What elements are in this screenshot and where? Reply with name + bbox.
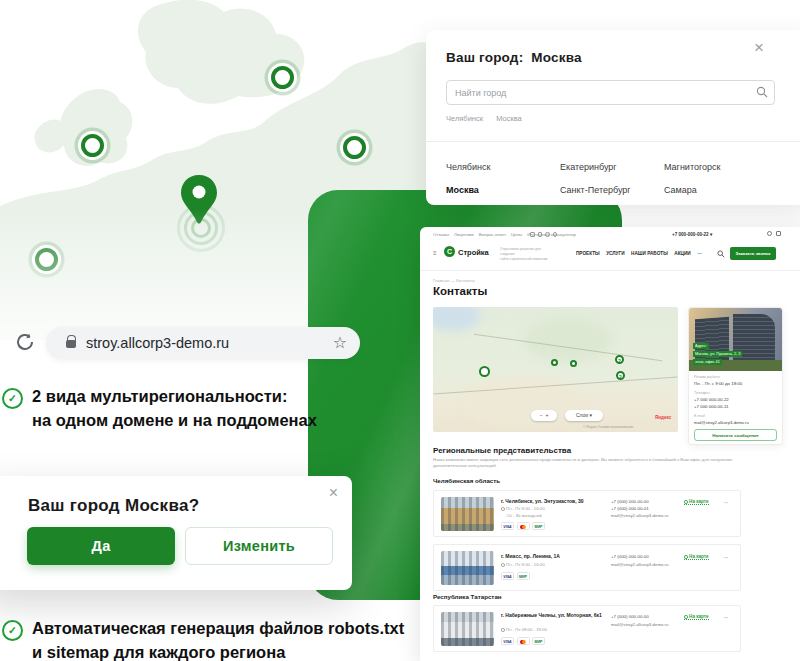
menu-item[interactable]: НАШИ РАБОТЫ <box>631 251 668 256</box>
office-list-row[interactable]: г. Набережные Челны, ул. Моторная, 6к1 П… <box>433 605 741 652</box>
map-link[interactable]: На карте <box>684 614 709 620</box>
nav-link[interactable]: Лицензии <box>454 232 474 237</box>
office-phone[interactable]: +7 (000) 000-00-00 <box>611 554 649 559</box>
close-icon[interactable]: × <box>754 38 764 58</box>
menu-more[interactable]: ⋯ <box>697 251 702 256</box>
lock-icon <box>66 340 76 348</box>
map-zoom-controls[interactable]: − + <box>531 410 557 421</box>
order-call-button[interactable]: Заказать звонок <box>730 247 776 260</box>
city-option[interactable]: Санкт-Петербург <box>560 179 631 202</box>
map-marker[interactable] <box>479 366 490 377</box>
email-label: E-mail <box>694 414 705 418</box>
office-address-label: Адрес: <box>693 343 709 349</box>
visa-badge: VISA <box>501 572 514 580</box>
vk-icon[interactable] <box>530 232 535 237</box>
cart-icon[interactable] <box>776 231 781 236</box>
zoom-in-button[interactable]: + <box>545 412 548 418</box>
tag-city[interactable]: Челябинск <box>446 114 483 123</box>
zoom-out-button[interactable]: − <box>540 412 543 418</box>
search-input[interactable] <box>446 80 775 105</box>
yes-button[interactable]: Да <box>27 527 175 565</box>
arrow-icon[interactable]: → <box>722 497 730 506</box>
change-city-button[interactable]: Изменить <box>185 527 333 565</box>
payment-badges: VISA МИР <box>501 572 530 580</box>
divider <box>420 270 800 271</box>
pin-icon <box>684 555 688 559</box>
map-layers-button[interactable]: Слои ▾ <box>565 410 603 421</box>
office-address: г. Челябинск, ул. Энтузиастов, 30 <box>501 498 605 505</box>
address-bar[interactable]: stroy.allcorp3-demo.ru ☆ <box>46 327 360 359</box>
office-phone[interactable]: +7 (000) 000-00-01 <box>611 506 649 511</box>
region-group-title: Республика Татарстан <box>433 593 502 600</box>
search-icon[interactable] <box>717 250 725 258</box>
office-list-row[interactable]: г. Миасс, пр. Ленина, 1А Пн - Пт 9:00 - … <box>433 544 741 591</box>
bookmark-star-icon[interactable]: ☆ <box>333 333 347 352</box>
site-logo-text[interactable]: Стройка <box>458 248 489 257</box>
instagram-icon[interactable] <box>545 232 550 237</box>
arrow-icon[interactable]: → <box>722 612 730 621</box>
contacts-map[interactable]: 2 2 − + Слои ▾ Яндекс © Яндекс Условия и… <box>433 307 678 432</box>
menu-item[interactable]: ПРОЕКТЫ <box>576 251 600 256</box>
site-phone[interactable]: +7 000-000-00-22 ▾ <box>672 232 712 237</box>
office-phone[interactable]: +7 (000) 000-00-00 <box>611 499 649 504</box>
reload-icon[interactable] <box>14 331 36 353</box>
tag-city[interactable]: Москва <box>496 114 522 123</box>
city-option[interactable]: Челябинск <box>446 156 490 179</box>
menu-item[interactable]: АКЦИИ <box>674 251 690 256</box>
phone-label: Телефон <box>694 391 710 395</box>
nav-link[interactable]: Цены <box>511 232 522 237</box>
map-marker[interactable] <box>551 359 558 366</box>
map-marker[interactable] <box>570 360 577 367</box>
visa-badge: VISA <box>501 522 514 530</box>
nav-link[interactable]: Вопрос-ответ <box>479 232 506 237</box>
search-icon[interactable] <box>756 86 768 98</box>
city-option[interactable]: Самара <box>664 179 720 202</box>
office-hours: Пн - Пт 9:00 - 16:00 <box>501 562 545 567</box>
city-option[interactable]: Екатеринбург <box>560 156 631 179</box>
office-phone[interactable]: +7 (000) 000-00-00 <box>611 614 649 619</box>
clock-icon <box>501 563 505 567</box>
office-phone-1[interactable]: +7 000 000-00-22 <box>694 397 729 402</box>
map-forest <box>523 317 613 362</box>
city-option-active[interactable]: Москва <box>446 179 490 202</box>
office-address: г. Миасс, пр. Ленина, 1А <box>501 553 605 560</box>
write-message-button[interactable]: Написать сообщение <box>694 429 777 441</box>
breadcrumb[interactable]: Главная — Контакты <box>433 278 475 283</box>
office-email[interactable]: mail@stroy2.allcorp3-demo.ru <box>611 622 673 628</box>
map-link[interactable]: На карте <box>684 499 709 505</box>
office-list-row[interactable]: г. Челябинск, ул. Энтузиастов, 30 Пн - П… <box>433 490 741 537</box>
close-icon[interactable]: × <box>329 484 338 502</box>
check-icon: ✓ <box>2 388 23 409</box>
work-hours-value: Пн. - Пт. с 9:00 до 18:00 <box>694 381 742 386</box>
menu-item[interactable]: УСЛУГИ <box>606 251 624 256</box>
region-group-title: Челябинская область <box>433 477 500 484</box>
head-office-card: Адрес: Москва, ул. Пушкина, 2, 3 этаж, о… <box>688 307 783 445</box>
nav-link[interactable]: Отзывы <box>433 232 449 237</box>
office-hours: Пн - Пт 08:00 - 19:00 <box>501 627 547 632</box>
city-column-2: Екатеринбург Санкт-Петербург <box>560 156 631 202</box>
office-email[interactable]: mail@stroy2.allcorp3-demo.ru <box>611 562 673 568</box>
office-address-line1: Москва, ул. Пушкина, 2, 3 <box>693 351 742 357</box>
account-icon[interactable] <box>767 231 772 236</box>
city-column-1: Челябинск Москва <box>446 156 490 202</box>
website-screenshot: Отзывы Лицензии Вопрос-ответ Цены Ипотеч… <box>420 227 800 661</box>
office-hours-weekend: Сб - Вс выходной <box>507 513 542 518</box>
arrow-icon[interactable]: → <box>722 552 730 561</box>
visa-badge: VISA <box>501 637 514 645</box>
office-email[interactable]: mail@stroy2.allcorp3-demo.ru <box>694 420 749 425</box>
page-title: Контакты <box>433 285 487 297</box>
building <box>695 317 729 364</box>
office-phone-2[interactable]: +7 000 000-00-11 <box>694 404 728 409</box>
office-email[interactable]: mail@stroy2.allcorp3-demo.ru <box>611 513 673 519</box>
map-marker-badge[interactable]: 2 <box>616 371 625 380</box>
menu-burger-icon[interactable]: ≡ <box>433 250 437 256</box>
map-copyright: © Яндекс Условия использования <box>583 425 633 429</box>
city-option[interactable]: Магнитогорск <box>664 156 720 179</box>
map-link[interactable]: На карте <box>684 554 709 560</box>
office-photo <box>441 497 494 531</box>
facebook-icon[interactable] <box>538 232 543 237</box>
site-tagline: Отраслевое решение для созданиясайта стр… <box>500 247 552 262</box>
pin-icon <box>684 500 688 504</box>
telegram-icon[interactable] <box>553 232 558 237</box>
map-marker-badge[interactable]: 2 <box>615 355 624 364</box>
